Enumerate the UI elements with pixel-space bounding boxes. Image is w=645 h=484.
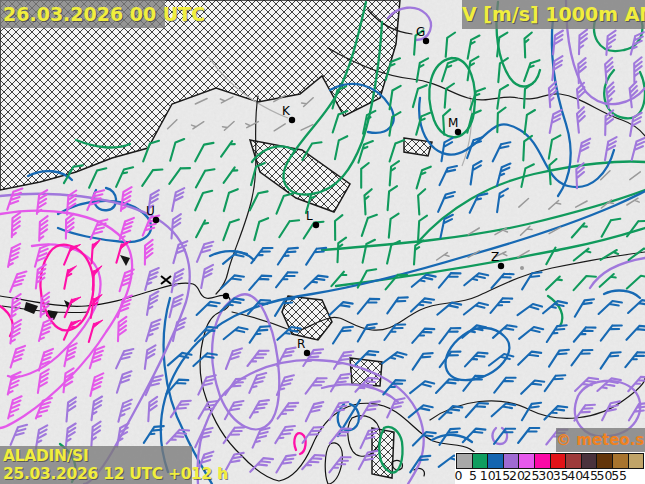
minor-town-dot (520, 266, 524, 270)
legend-swatch (628, 453, 645, 469)
city-label-R: R (297, 337, 305, 351)
valid-time-label: 25.03.2026 12 UTC +012 h (3, 465, 192, 483)
city-marker (223, 293, 229, 299)
legend-swatch (472, 453, 489, 469)
weather-map-canvas: GKMLUZR 26.03.2026 00 UTC V [m/s] 1000m … (0, 0, 645, 484)
city-label-G: G (416, 25, 425, 39)
legend-swatch (518, 453, 535, 469)
legend-swatch (596, 453, 613, 469)
model-info-box: ALADIN/SI 25.03.2026 12 UTC +012 h (0, 446, 192, 484)
wind-speed-legend: 0510152025303540455055 (455, 452, 645, 484)
copyright-label: © meteo.si (556, 431, 645, 449)
legend-swatch (456, 453, 473, 469)
run-time-label: 26.03.2026 00 UTC (3, 3, 205, 25)
legend-swatch-row (457, 453, 644, 467)
legend-swatch (565, 453, 582, 469)
city-label-K: K (282, 104, 291, 118)
city-label-U: U (146, 204, 155, 218)
map-svg: GKMLUZR (0, 0, 645, 484)
city-label-Z: Z (491, 250, 499, 264)
city-marker-L (313, 222, 319, 228)
run-time-box: 26.03.2026 00 UTC (0, 0, 165, 28)
legend-swatch (581, 453, 598, 469)
legend-swatch (534, 453, 551, 469)
city-label-L: L (306, 209, 313, 223)
legend-swatch (612, 453, 629, 469)
copyright-box: © meteo.si (556, 428, 645, 452)
field-title-label: V [m/s] 1000m AMSL (462, 3, 645, 25)
city-label-M: M (448, 116, 458, 130)
legend-tick: 55 (608, 468, 630, 483)
legend-swatch (503, 453, 520, 469)
crosshatch-region (372, 428, 394, 478)
legend-swatch (487, 453, 504, 469)
model-name-label: ALADIN/SI (3, 447, 192, 465)
field-title-box: V [m/s] 1000m AMSL (462, 0, 645, 29)
legend-swatch (550, 453, 567, 469)
